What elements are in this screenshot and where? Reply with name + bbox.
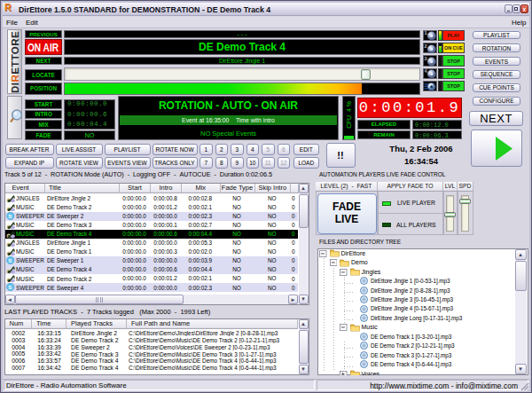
svg-text:S: S	[8, 212, 12, 218]
svg-text:S: S	[8, 257, 12, 263]
svg-text:2: 2	[424, 43, 426, 49]
svg-text:1: 1	[424, 31, 426, 36]
svg-text:3: 3	[424, 56, 426, 61]
svg-text:S: S	[8, 284, 12, 290]
